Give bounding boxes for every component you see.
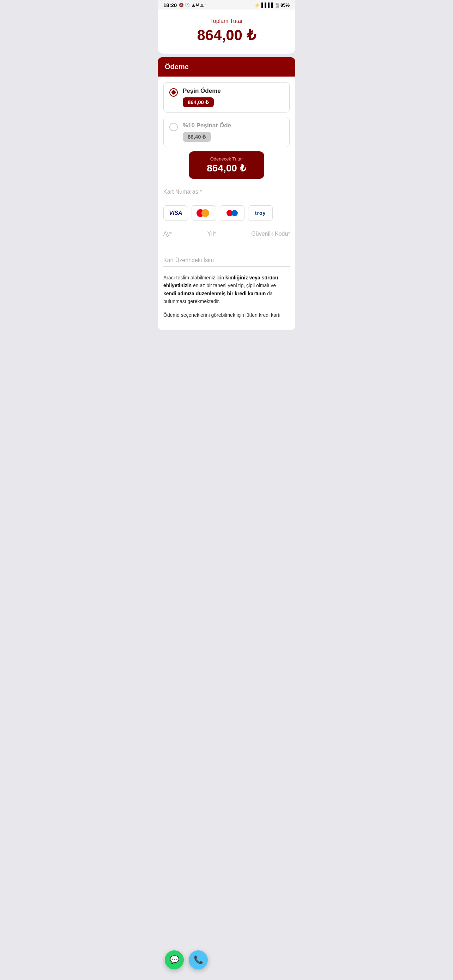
total-label: Toplam Tutar [165, 18, 288, 24]
pesinat-content: %10 Peşinat Öde 86,40 ₺ [183, 122, 284, 142]
year-input[interactable] [207, 228, 246, 240]
pay-amount-button[interactable]: Ödenecek Tutar 864,00 ₺ [189, 151, 265, 179]
payment-section-header: Ödeme [158, 57, 295, 76]
troy-logo: troy [248, 205, 273, 221]
total-card: Toplam Tutar 864,00 ₺ [158, 10, 295, 54]
radio-pesinat[interactable] [169, 123, 178, 131]
pesin-content: Peşin Ödeme 864,00 ₺ [183, 88, 284, 107]
month-input[interactable] [163, 228, 202, 240]
year-field [207, 228, 246, 240]
payment-option-pesin[interactable]: Peşin Ödeme 864,00 ₺ [163, 82, 290, 113]
info-text-bold-2: kendi adınıza düzenlenmiş bir kredi kart… [163, 291, 265, 296]
info-text: Aracı teslim alabilmeniz için kimliğiniz… [163, 274, 290, 305]
pesin-price: 864,00 ₺ [183, 97, 214, 107]
signal-icon: ▌▌▌▌ [261, 2, 275, 8]
maestro-circles [227, 210, 238, 216]
radio-pesin[interactable] [169, 88, 178, 97]
card-expiry-row [163, 228, 290, 247]
radio-inner-pesin [172, 90, 176, 95]
total-amount: 864,00 ₺ [165, 27, 288, 44]
payment-content: Peşin Ödeme 864,00 ₺ %10 Peşinat Öde 86,… [158, 76, 295, 330]
pay-amount-label: Ödenecek Tutar [196, 156, 257, 162]
status-icons: 🔕 🕐 [179, 3, 190, 7]
cardholder-field [163, 255, 290, 267]
maestro-logo [220, 205, 245, 221]
card-number-field [163, 186, 290, 198]
more-text: Ödeme seçeneklerini görebilmek için lütf… [163, 311, 290, 319]
maestro-blue [231, 210, 238, 216]
payment-option-pesinat[interactable]: %10 Peşinat Öde 86,40 ₺ [163, 117, 290, 147]
info-text-2: en az bir tanesi yeni tip, çipli olmalı … [192, 283, 276, 288]
visa-logo: VISA [163, 205, 188, 221]
cardholder-input[interactable] [163, 255, 290, 267]
card-number-input[interactable] [163, 186, 290, 198]
status-bar: 18:20 🔕 🕐 ◬ M △ ··· ⚡ ▌▌▌▌ ▒ 85% [158, 0, 295, 10]
bluetooth-icon: ⚡ [254, 2, 260, 8]
pesinat-title: %10 Peşinat Öde [183, 122, 284, 129]
info-text-1: Aracı teslim alabilmeniz için [163, 275, 226, 280]
wifi-icon: ▒ [276, 2, 279, 8]
status-left: 18:20 🔕 🕐 ◬ M △ ··· [163, 2, 207, 8]
cvv-input[interactable] [251, 228, 290, 240]
mastercard-logo [192, 205, 216, 221]
pesin-title: Peşin Ödeme [183, 88, 284, 95]
pesinat-price: 86,40 ₺ [183, 132, 211, 142]
status-right: ⚡ ▌▌▌▌ ▒ 85% [254, 2, 290, 8]
cvv-field [251, 228, 290, 240]
troy-text: troy [255, 210, 265, 216]
mc-orange-circle [202, 209, 209, 217]
payment-section: Ödeme Peşin Ödeme 864,00 ₺ %10 Peşinat Ö… [158, 57, 295, 330]
payment-section-title: Ödeme [165, 63, 189, 70]
status-time: 18:20 [163, 2, 177, 8]
battery-icon: 85% [280, 2, 290, 8]
mc-circles [197, 208, 211, 218]
notification-icons: ◬ M △ ··· [192, 3, 207, 7]
month-field [163, 228, 202, 240]
card-logos: VISA troy [163, 205, 290, 221]
pay-amount-value: 864,00 ₺ [196, 162, 257, 174]
